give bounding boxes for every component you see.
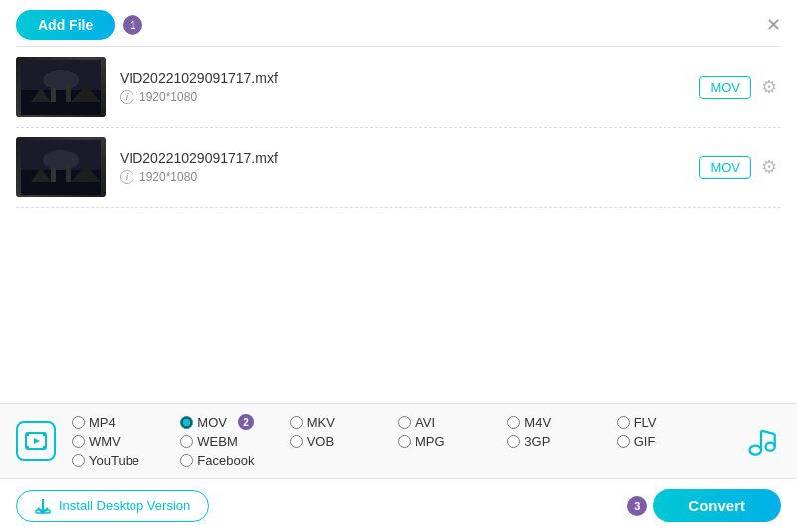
file-actions-2: MOV ⚙ — [699, 156, 777, 179]
file-resolution-1: 1920*1080 — [139, 90, 197, 104]
video-format-icon[interactable] — [16, 421, 56, 461]
svg-point-9 — [43, 150, 79, 170]
svg-rect-20 — [43, 446, 46, 449]
format-badge-1[interactable]: MOV — [699, 76, 751, 99]
thumb-inner-2 — [16, 137, 106, 197]
info-icon-1[interactable]: i — [120, 90, 133, 104]
download-icon — [35, 498, 51, 514]
format-option-vob[interactable]: VOB — [290, 434, 398, 449]
file-name-1: VID20221029091717.mxf — [120, 70, 699, 86]
format-option-avi[interactable]: AVI — [398, 414, 507, 430]
format-selector: MP4 MOV2 MKV AVI M4V FLV WMV WEB — [0, 404, 797, 479]
convert-button[interactable]: Convert — [653, 489, 781, 522]
file-list: VID20221029091717.mxf i 1920*1080 MOV ⚙ — [0, 47, 797, 208]
file-actions-1: MOV ⚙ — [699, 76, 777, 99]
svg-point-22 — [766, 443, 775, 451]
bottom-actions: Install Desktop Version 3 Convert — [0, 479, 797, 532]
file-meta-2: i 1920*1080 — [120, 170, 699, 184]
empty-area — [0, 208, 797, 328]
file-thumbnail-1 — [16, 57, 106, 117]
badge-1: 1 — [123, 15, 142, 35]
format-option-mkv[interactable]: MKV — [290, 414, 398, 430]
svg-rect-10 — [51, 168, 56, 182]
format-option-mpg[interactable]: MPG — [398, 434, 507, 449]
format-option-wmv[interactable]: WMV — [72, 434, 180, 449]
svg-rect-19 — [26, 446, 29, 449]
gear-button-1[interactable]: ⚙ — [761, 76, 777, 98]
svg-rect-3 — [51, 88, 56, 102]
badge2-wrap: MOV2 — [197, 414, 254, 430]
badge-3: 3 — [627, 496, 647, 516]
format-option-mp4[interactable]: MP4 — [72, 414, 180, 430]
format-option-3gp[interactable]: 3GP — [507, 434, 616, 449]
svg-point-21 — [750, 446, 761, 455]
badge-2: 2 — [238, 414, 254, 430]
format-badge-2[interactable]: MOV — [699, 156, 751, 179]
file-item-1: VID20221029091717.mxf i 1920*1080 MOV ⚙ — [16, 47, 781, 128]
svg-marker-15 — [34, 438, 40, 444]
format-option-gif[interactable]: GIF — [617, 434, 725, 449]
format-options: MP4 MOV2 MKV AVI M4V FLV WMV WEB — [72, 414, 725, 468]
convert-btn-wrap: 3 Convert — [627, 489, 781, 522]
bottom-panel: MP4 MOV2 MKV AVI M4V FLV WMV WEB — [0, 403, 797, 532]
file-name-2: VID20221029091717.mxf — [120, 150, 699, 166]
file-info-2: VID20221029091717.mxf i 1920*1080 — [106, 150, 699, 184]
svg-point-2 — [43, 70, 79, 90]
install-button-label: Install Desktop Version — [59, 498, 190, 513]
svg-rect-17 — [26, 433, 29, 436]
format-option-facebook[interactable]: Facebook — [180, 453, 289, 468]
file-meta-1: i 1920*1080 — [120, 90, 699, 104]
add-file-button[interactable]: Add File — [16, 10, 115, 40]
format-option-flv[interactable]: FLV — [617, 414, 725, 430]
thumb-inner-1 — [16, 57, 106, 117]
close-button[interactable]: ✕ — [766, 16, 781, 34]
svg-rect-11 — [66, 165, 71, 182]
gear-button-2[interactable]: ⚙ — [761, 156, 777, 178]
install-desktop-button[interactable]: Install Desktop Version — [16, 490, 209, 522]
svg-rect-18 — [43, 433, 46, 436]
audio-format-icon[interactable] — [741, 421, 781, 461]
svg-rect-4 — [66, 85, 71, 102]
file-info-1: VID20221029091717.mxf i 1920*1080 — [106, 70, 699, 104]
format-option-m4v[interactable]: M4V — [507, 414, 616, 430]
format-option-webm[interactable]: WEBM — [180, 434, 289, 449]
file-item-2: VID20221029091717.mxf i 1920*1080 MOV ⚙ — [16, 128, 781, 208]
format-option-youtube[interactable]: YouTube — [72, 453, 180, 468]
file-thumbnail-2 — [16, 137, 106, 197]
header-left: Add File 1 — [16, 10, 142, 40]
file-resolution-2: 1920*1080 — [139, 170, 197, 184]
info-icon-2[interactable]: i — [120, 170, 133, 184]
title-bar: Add File 1 ✕ — [0, 0, 797, 46]
svg-line-24 — [761, 431, 775, 434]
format-option-mov[interactable]: MOV2 — [180, 414, 289, 430]
